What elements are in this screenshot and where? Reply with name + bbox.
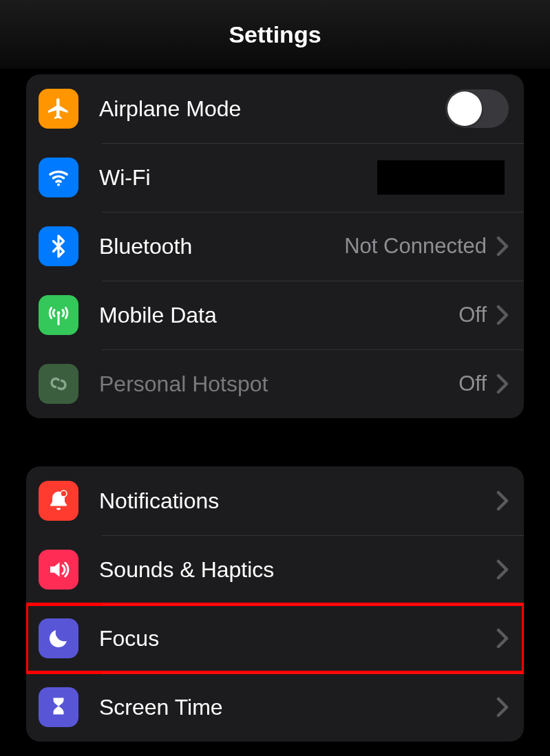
airplane-toggle[interactable] [445,89,509,128]
chevron-right-icon [496,490,509,511]
hourglass-icon [39,687,78,727]
row-label: Wi-Fi [99,165,377,191]
chevron-right-icon [496,236,509,257]
row-label: Bluetooth [99,234,344,259]
wifi-icon [39,158,78,197]
bell-icon [39,481,78,521]
row-notifications[interactable]: Notifications [26,466,524,535]
mobile-data-value: Off [458,303,487,327]
svg-point-0 [57,184,60,186]
row-label: Focus [99,626,496,651]
row-label: Airplane Mode [99,96,445,122]
row-screen-time[interactable]: Screen Time [26,673,524,742]
row-label: Personal Hotspot [99,371,458,397]
row-personal-hotspot[interactable]: Personal Hotspot Off [26,349,524,418]
settings-group-general: Notifications Sounds & Haptics Focus Scr… [26,466,524,742]
row-label: Screen Time [99,695,496,720]
chevron-right-icon [496,374,509,394]
settings-group-connectivity: Airplane Mode Wi-Fi Bluetooth Not Connec… [26,74,524,418]
svg-point-1 [57,312,61,315]
header: Settings [0,0,550,69]
chevron-right-icon [496,305,509,325]
row-focus[interactable]: Focus [26,604,524,673]
toggle-knob [447,91,482,126]
svg-point-2 [61,490,67,497]
row-label: Notifications [99,488,496,514]
row-sounds-haptics[interactable]: Sounds & Haptics [26,535,524,604]
antenna-icon [39,295,78,335]
wifi-value [377,160,505,195]
row-label: Sounds & Haptics [99,557,496,583]
hotspot-value: Off [458,371,487,396]
bluetooth-value: Not Connected [344,234,487,259]
chevron-right-icon [496,697,509,717]
moon-icon [39,618,78,658]
chevron-right-icon [496,559,509,580]
row-airplane-mode[interactable]: Airplane Mode [26,74,524,143]
speaker-icon [39,550,78,590]
chevron-right-icon [496,628,509,649]
row-mobile-data[interactable]: Mobile Data Off [26,281,524,349]
row-bluetooth[interactable]: Bluetooth Not Connected [26,212,524,281]
bluetooth-icon [39,226,78,266]
page-title: Settings [229,21,321,48]
hotspot-icon [39,364,78,404]
airplane-icon [39,89,78,129]
row-wifi[interactable]: Wi-Fi [26,143,524,212]
row-label: Mobile Data [99,303,458,328]
